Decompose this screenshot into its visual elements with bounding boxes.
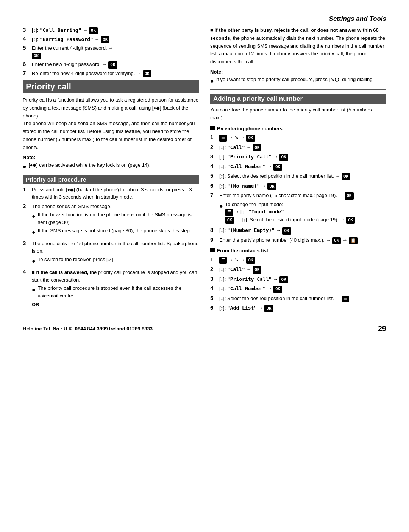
contact-step-content-5: [↕]: Select the desired position in the …: [219, 295, 386, 303]
enter-step-num-8: 8: [210, 227, 219, 233]
bullet-dot: ●: [32, 212, 36, 221]
top-steps: 3 [↕]: "Call Barring" → OK 4 [↕]: "Barri…: [23, 27, 199, 77]
proc-step-num-2: 2: [23, 203, 32, 209]
entering-steps-list: 1 ☰ → ↘ → OK 2 [↕]: "Call" → OK 3 [↕]: "…: [210, 134, 386, 244]
enter-step-7-bullet-1: ● To change the input mode: ☰ → [↕]: "In…: [219, 201, 386, 224]
enter-step-8: 8 [↕]: "(Number Empty)" → OK: [210, 227, 386, 235]
black-square-icon-2: [210, 248, 215, 252]
contact-step-num-2: 2: [210, 266, 219, 272]
step-num-6: 6: [23, 61, 32, 67]
right-note-text: If you want to stop the priority call pr…: [216, 76, 374, 83]
content: 3 [↕]: "Call Barring" → OK 4 [↕]: "Barri…: [23, 27, 386, 314]
contact-step-2: 2 [↕]: "Call" → OK: [210, 266, 386, 274]
right-note-list: ● If you want to stop the priority call …: [210, 76, 386, 86]
contact-step-num-5: 5: [210, 295, 219, 301]
proc-step-1: 1 Press and hold [♦◆] (back of the phone…: [23, 186, 199, 201]
contact-step-content-4: [↕]: "Call Number" → OK: [219, 285, 386, 293]
by-entering-label: By entering phone numbers:: [217, 125, 284, 133]
step-content-5: Enter the current 4-digit password. →OK: [32, 44, 199, 59]
contact-step-content-1: ☰ → ↘ → OK: [219, 256, 386, 264]
enter-step-5: 5 [↕]: Select the desired position in th…: [210, 172, 386, 180]
enter-step-content-7: Enter the party's name (16 characters ma…: [219, 192, 386, 225]
contact-step-num-1: 1: [210, 256, 219, 263]
step-content-4: [↕]: "Barring Password" → OK: [32, 36, 199, 44]
bullet-dot: ●: [210, 77, 214, 86]
from-contacts-label-row: From the contacts list:: [210, 247, 386, 255]
proc-step-4-bullets: ● The priority call procedure is stopped…: [32, 285, 199, 299]
procedure-section-bar: Priority call procedure: [23, 175, 199, 184]
bullet-dot: ●: [32, 228, 36, 237]
left-note-list: ● [♦◆] can be activated while the key lo…: [23, 161, 199, 171]
step-6: 6 Enter the new 4-digit password. → OK: [23, 61, 199, 69]
busy-note: ■ If the other party is busy, rejects th…: [210, 27, 386, 66]
proc-step-3: 3 The phone dials the 1st phone number i…: [23, 240, 199, 267]
enter-step-2: 2 [↕]: "Call" → OK: [210, 144, 386, 152]
bullet-dot: ●: [23, 162, 27, 171]
enter-step-num-9: 9: [210, 236, 219, 243]
bullet-dot: ●: [32, 257, 36, 266]
proc-step-num-3: 3: [23, 240, 32, 246]
proc-step-content-3: The phone dials the 1st phone number in …: [32, 240, 199, 267]
enter-step-content-6: [↕]: "(No name)" → OK: [219, 182, 386, 190]
enter-step-content-8: [↕]: "(Number Empty)" → OK: [219, 227, 386, 235]
left-note-text: [♦◆] can be activated while the key lock…: [29, 161, 151, 169]
bullet-dot: ●: [219, 202, 223, 211]
enter-step-1: 1 ☰ → ↘ → OK: [210, 134, 386, 142]
footer-helpline: Helpline Tel. No.: U.K. 0844 844 3899 Ir…: [23, 326, 153, 332]
adding-intro: You can store the phone number to the pr…: [210, 106, 386, 122]
enter-step-content-2: [↕]: "Call" → OK: [219, 144, 386, 152]
enter-step-6: 6 [↕]: "(No name)" → OK: [210, 182, 386, 190]
step-5: 5 Enter the current 4-digit password. →O…: [23, 44, 199, 59]
step-num-4: 4: [23, 36, 32, 42]
enter-step-num-2: 2: [210, 144, 219, 150]
section-divider: [210, 89, 386, 90]
proc-step-2: 2 The phone sends an SMS message. ● If t…: [23, 203, 199, 238]
step-num-5: 5: [23, 44, 32, 51]
proc-step-3-bullets: ● To switch to the receiver, press [↙].: [32, 256, 199, 266]
procedure-steps-list: 1 Press and hold [♦◆] (back of the phone…: [23, 186, 199, 310]
step-content-6: Enter the new 4-digit password. → OK: [32, 61, 199, 69]
contact-step-4: 4 [↕]: "Call Number" → OK: [210, 285, 386, 293]
enter-step-content-9: Enter the party's phone number (40 digit…: [219, 236, 386, 244]
proc-step-2-bullets: ● If the buzzer function is on, the phon…: [32, 211, 199, 237]
enter-step-7: 7 Enter the party's name (16 characters …: [210, 192, 386, 225]
proc-step-content-1: Press and hold [♦◆] (back of the phone) …: [32, 186, 199, 201]
by-entering-label-row: By entering phone numbers:: [210, 125, 386, 133]
priority-call-section-bar: Priority call: [23, 80, 199, 93]
right-column: ■ If the other party is busy, rejects th…: [210, 27, 386, 314]
proc-step-content-2: The phone sends an SMS message. ● If the…: [32, 203, 199, 238]
right-note-label: Note:: [210, 69, 386, 75]
enter-step-num-5: 5: [210, 172, 219, 179]
proc-step-content-4: ■ If the call is answered, the priority …: [32, 269, 199, 310]
enter-step-num-3: 3: [210, 153, 219, 160]
enter-step-content-5: [↕]: Select the desired position in the …: [219, 172, 386, 180]
enter-step-num-1: 1: [210, 134, 219, 140]
enter-step-4: 4 [↕]: "Call Number" → OK: [210, 163, 386, 171]
contact-step-num-4: 4: [210, 285, 219, 291]
step-3: 3 [↕]: "Call Barring" → OK: [23, 27, 199, 34]
step-num-3: 3: [23, 27, 32, 33]
step-content-7: Re-enter the new 4-digit password for ve…: [32, 70, 199, 78]
contact-step-num-6: 6: [210, 304, 219, 311]
enter-step-7-bullets: ● To change the input mode: ☰ → [↕]: "In…: [219, 201, 386, 224]
step-num-7: 7: [23, 70, 32, 76]
contact-step-1: 1 ☰ → ↘ → OK: [210, 256, 386, 264]
right-note-item: ● If you want to stop the priority call …: [210, 76, 386, 86]
bullet-dot: ●: [32, 285, 36, 294]
black-square-icon: [210, 126, 215, 130]
step-content-3: [↕]: "Call Barring" → OK: [32, 27, 199, 34]
enter-step-content-1: ☰ → ↘ → OK: [219, 134, 386, 142]
contact-step-5: 5 [↕]: Select the desired position in th…: [210, 295, 386, 303]
step-7: 7 Re-enter the new 4-digit password for …: [23, 70, 199, 78]
page-title: Settings and Tools: [329, 15, 386, 23]
proc-step-num-1: 1: [23, 186, 32, 192]
adding-section-bar: Adding a priority call number: [210, 94, 386, 104]
footer-page-number: 29: [378, 324, 386, 333]
enter-step-num-7: 7: [210, 192, 219, 198]
proc-step-4: 4 ■ If the call is answered, the priorit…: [23, 269, 199, 310]
proc-step-2-bullet-1: ● If the buzzer function is on, the phon…: [32, 211, 199, 226]
contacts-steps-list: 1 ☰ → ↘ → OK 2 [↕]: "Call" → OK 3 [↕]: "…: [210, 256, 386, 312]
proc-step-2-bullet-2: ● If the SMS message is not stored (page…: [32, 227, 199, 237]
from-contacts-label: From the contacts list:: [217, 247, 270, 255]
or-label: OR: [32, 301, 199, 308]
